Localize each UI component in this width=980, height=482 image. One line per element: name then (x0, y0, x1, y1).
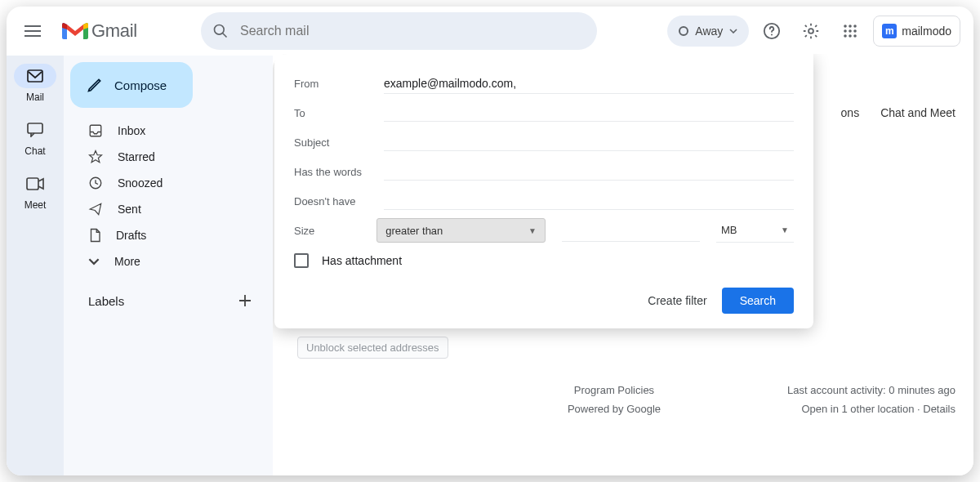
nav-more-label: More (114, 255, 140, 268)
open-location-text: Open in 1 other location · (801, 403, 923, 415)
rail-chat[interactable]: Chat (14, 118, 56, 157)
mailmodo-label: mailmodo (902, 25, 951, 38)
svg-point-3 (808, 29, 813, 33)
nav-snoozed-label: Snoozed (118, 176, 163, 190)
main-content: ons Chat and Meet Unblock selected addre… (273, 54, 973, 475)
support-button[interactable] (755, 15, 788, 47)
from-label: From (294, 78, 384, 90)
star-icon (88, 150, 103, 164)
add-label-button[interactable] (235, 291, 255, 310)
nav-snoozed[interactable]: Snoozed (70, 170, 266, 196)
size-unit-value: MB (721, 224, 737, 236)
rail-chat-label: Chat (24, 145, 45, 157)
mail-icon (27, 69, 43, 83)
nav-sent[interactable]: Sent (70, 196, 266, 222)
clock-icon (88, 176, 103, 190)
search-button[interactable]: Search (722, 288, 794, 314)
nav-drafts[interactable]: Drafts (70, 222, 266, 248)
pencil-icon (87, 77, 103, 93)
meet-icon (26, 177, 44, 190)
create-filter-button[interactable]: Create filter (648, 294, 706, 307)
svg-point-8 (849, 29, 852, 33)
rail-mail-label: Mail (26, 91, 44, 103)
haswords-label: Has the words (294, 166, 384, 178)
mailmodo-icon (882, 24, 897, 38)
svg-point-9 (853, 29, 857, 33)
apps-grid-icon (843, 24, 858, 38)
gmail-logo[interactable]: Gmail (62, 20, 137, 42)
nav-inbox[interactable]: Inbox (70, 118, 266, 144)
nav-drafts-label: Drafts (116, 229, 146, 242)
status-label: Away (695, 25, 723, 38)
to-input[interactable] (384, 104, 794, 122)
nothave-label: Doesn't have (294, 195, 384, 208)
dropdown-triangle-icon: ▼ (781, 225, 789, 234)
draft-icon (88, 228, 101, 243)
program-policies-link[interactable]: Program Policies (574, 384, 654, 396)
size-value-input[interactable] (562, 219, 700, 242)
size-label: Size (294, 225, 370, 237)
search-bar[interactable] (201, 12, 597, 50)
svg-point-11 (849, 34, 852, 38)
svg-point-10 (844, 34, 847, 38)
details-link[interactable]: Details (923, 403, 956, 415)
unblock-button: Unblock selected addresses (297, 337, 448, 359)
rail-meet[interactable]: Meet (14, 172, 56, 211)
nothave-input[interactable] (384, 192, 794, 210)
nav-starred[interactable]: Starred (70, 144, 266, 170)
chevron-down-icon (729, 29, 737, 33)
apps-button[interactable] (834, 15, 866, 47)
mailmodo-addon-chip[interactable]: mailmodo (873, 16, 960, 47)
status-away-icon (679, 26, 688, 36)
tab-chat-meet[interactable]: Chat and Meet (880, 106, 956, 119)
subject-label: Subject (294, 136, 384, 149)
nav-sent-label: Sent (118, 203, 141, 216)
haswords-input[interactable] (384, 163, 794, 181)
svg-rect-13 (28, 70, 42, 82)
nav-inbox-label: Inbox (118, 124, 145, 137)
settings-button[interactable] (795, 15, 827, 47)
svg-rect-14 (28, 123, 42, 133)
search-input[interactable] (240, 24, 586, 38)
to-label: To (294, 107, 384, 119)
svg-point-6 (853, 25, 857, 28)
size-operator-value: greater than (385, 225, 443, 237)
chat-icon (27, 123, 43, 137)
header: Gmail Away mailmodo (7, 7, 973, 56)
chevron-down-icon (88, 256, 100, 267)
settings-tabs-partial: ons Chat and Meet (841, 106, 956, 119)
svg-point-2 (771, 34, 773, 36)
sidebar: Compose Inbox Starred Snoozed Sent (64, 56, 273, 475)
from-input[interactable]: example@mailmodo.com, (384, 74, 794, 94)
has-attachment-checkbox[interactable] (294, 253, 309, 268)
labels-header: Labels (88, 294, 124, 308)
svg-rect-15 (27, 178, 38, 190)
last-activity-text: Last account activity: 0 minutes ago (787, 381, 956, 399)
status-chip[interactable]: Away (667, 16, 749, 47)
compose-button[interactable]: Compose (70, 62, 193, 108)
size-unit-select[interactable]: MB ▼ (716, 218, 794, 243)
unblock-section: Unblock selected addresses (297, 337, 448, 359)
tab-fragment[interactable]: ons (841, 106, 860, 119)
svg-point-0 (214, 25, 224, 35)
compose-label: Compose (114, 78, 167, 92)
svg-rect-16 (90, 125, 101, 136)
main-menu-button[interactable] (13, 11, 52, 51)
footer: Program Policies Powered by Google Last … (273, 381, 956, 419)
nav-more[interactable]: More (70, 248, 266, 274)
svg-point-12 (853, 34, 857, 38)
powered-by-text: Powered by Google (568, 399, 661, 418)
has-attachment-label: Has attachment (322, 254, 402, 267)
plus-icon (238, 294, 252, 307)
dropdown-triangle-icon: ▼ (528, 226, 537, 235)
gear-icon (802, 22, 820, 40)
app-rail: Mail Chat Meet (7, 56, 64, 475)
gmail-logo-text: Gmail (91, 20, 137, 42)
help-icon (763, 22, 781, 40)
svg-point-7 (844, 29, 847, 33)
rail-mail[interactable]: Mail (14, 64, 56, 103)
subject-input[interactable] (384, 133, 794, 151)
size-operator-select[interactable]: greater than ▼ (376, 218, 546, 243)
svg-point-5 (849, 25, 852, 28)
sent-icon (88, 202, 103, 216)
